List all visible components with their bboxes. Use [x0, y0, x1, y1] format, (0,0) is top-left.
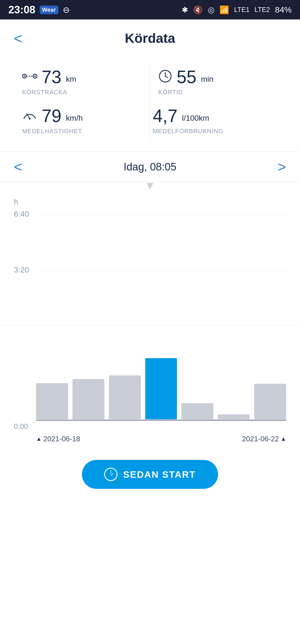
sedan-start-button[interactable]: SEDAN START [82, 460, 218, 489]
x-axis-labels: ▲ 2021-06-18 2021-06-22 ▲ [36, 435, 286, 443]
avg-consumption-unit: l/100km [182, 114, 209, 123]
time-label-320: 3:20 [14, 266, 29, 274]
status-left: 23:08 Wear ⊖ [8, 4, 70, 16]
avg-speed-value: 79 [42, 107, 61, 125]
x-axis-line [36, 420, 286, 420]
distance-icon [22, 71, 37, 83]
avg-consumption-value: 4,7 [153, 107, 178, 125]
bar-chart-section: 0:00 ▲ 2021-06-18 2021-06-22 ▲ [0, 325, 300, 449]
bar-chart-bars [36, 336, 286, 420]
left-arrow-icon: ▲ [36, 436, 42, 442]
avg-speed-unit: km/h [66, 114, 83, 123]
svg-point-4 [34, 76, 36, 77]
svg-point-9 [29, 118, 31, 120]
avg-consumption-label: MEDELFÖRBRUKNING [153, 128, 278, 135]
avg-speed-label: MEDELHASTIGHET [22, 128, 141, 135]
battery-indicator: 84% [275, 5, 292, 14]
bar-item [254, 384, 286, 419]
right-arrow-icon: ▲ [281, 436, 286, 442]
stat-driving-time: 55 min KÖRTID [150, 63, 286, 101]
lte1-icon: LTE1 [234, 6, 250, 14]
next-date-button[interactable]: > [278, 160, 286, 174]
x-label-right: 2021-06-22 ▲ [242, 435, 286, 443]
x-label-left: ▲ 2021-06-18 [36, 435, 80, 443]
zero-label: 0:00 [14, 422, 286, 431]
location-icon: ◎ [208, 5, 214, 14]
stats-grid: 73 km KÖRSTRÄCKA 55 min KÖRTID [0, 54, 300, 152]
bar-item [181, 403, 213, 419]
driving-time-label: KÖRTID [158, 89, 278, 96]
bar-item-today [145, 358, 177, 419]
prev-date-button[interactable]: < [14, 160, 22, 174]
distance-label: KÖRSTRÄCKA [22, 89, 141, 96]
bottom-button-wrap: SEDAN START [0, 449, 300, 506]
driving-time-unit: min [201, 75, 213, 84]
wear-badge: Wear [40, 6, 58, 14]
driving-time-value: 55 [177, 68, 196, 86]
svg-line-7 [165, 76, 168, 78]
bar-item [218, 414, 250, 419]
bar-item [109, 375, 141, 419]
time-chart-section: h 6:40 3:20 [0, 192, 300, 325]
date-caret: ▼ [0, 179, 300, 192]
dnd-icon: ⊖ [63, 5, 70, 15]
bluetooth-icon: ✱ [182, 5, 188, 14]
bar-item [72, 379, 104, 419]
bar-item [36, 383, 68, 419]
wifi-icon: 📶 [219, 5, 229, 14]
status-right: ✱ 🔇 ◎ 📶 LTE1 LTE2 84% [182, 5, 292, 14]
date-label: Idag, 08:05 [124, 161, 176, 173]
svg-point-1 [24, 76, 25, 77]
date-nav: < Idag, 08:05 > [0, 152, 300, 182]
mute-icon: 🔇 [193, 5, 203, 14]
clock-icon [158, 69, 172, 85]
app-header: < Kördata [0, 19, 300, 54]
sedan-start-label: SEDAN START [123, 469, 196, 480]
status-time: 23:08 [8, 4, 35, 16]
stat-avg-speed: 79 km/h MEDELHASTIGHET [14, 101, 150, 140]
stat-avg-consumption: 4,7 l/100km MEDELFÖRBRUKNING [150, 101, 286, 140]
button-clock-icon [104, 468, 118, 481]
time-chart-y-label: h [14, 192, 286, 206]
distance-unit: km [66, 75, 76, 84]
speedometer-icon [22, 109, 37, 123]
time-label-640: 6:40 [14, 210, 29, 219]
distance-value: 73 [42, 68, 61, 86]
stat-distance: 73 km KÖRSTRÄCKA [14, 63, 150, 101]
status-bar: 23:08 Wear ⊖ ✱ 🔇 ◎ 📶 LTE1 LTE2 84% [0, 0, 300, 19]
lte2-icon: LTE2 [254, 6, 270, 14]
back-button[interactable]: < [14, 31, 22, 46]
page-title: Kördata [125, 31, 175, 46]
